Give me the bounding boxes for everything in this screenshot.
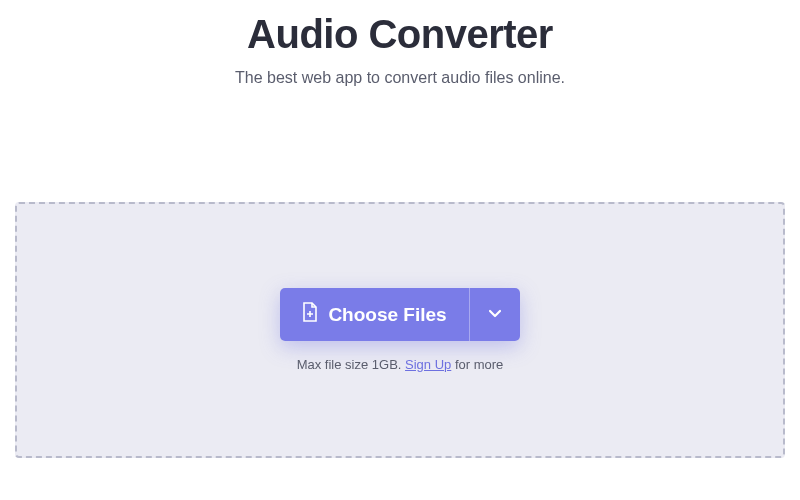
- chevron-down-icon: [488, 306, 502, 323]
- file-dropzone[interactable]: Choose Files Max file size 1GB. Sign Up …: [15, 202, 785, 458]
- file-size-hint: Max file size 1GB. Sign Up for more: [297, 357, 504, 372]
- header: Audio Converter The best web app to conv…: [0, 0, 800, 87]
- hint-prefix: Max file size 1GB.: [297, 357, 405, 372]
- page-title: Audio Converter: [0, 12, 800, 57]
- page-subtitle: The best web app to convert audio files …: [0, 69, 800, 87]
- signup-link[interactable]: Sign Up: [405, 357, 451, 372]
- choose-files-dropdown-button[interactable]: [469, 288, 520, 341]
- choose-files-group: Choose Files: [280, 288, 519, 341]
- choose-files-label: Choose Files: [328, 304, 446, 326]
- hint-suffix: for more: [451, 357, 503, 372]
- choose-files-button[interactable]: Choose Files: [280, 288, 468, 341]
- file-add-icon: [302, 302, 318, 327]
